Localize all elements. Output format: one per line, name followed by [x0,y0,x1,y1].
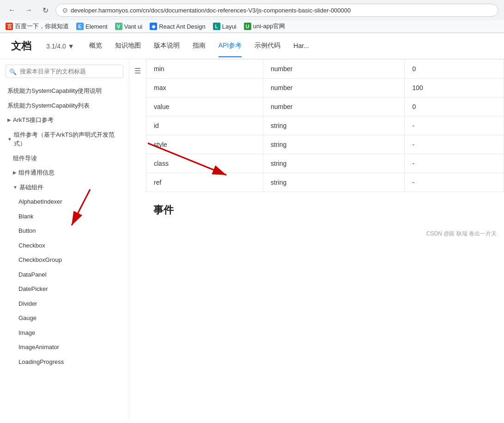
bookmark-react-ant[interactable]: ◈ React Ant Design [150,23,205,30]
prop-default-min: 0 [405,60,504,79]
table-row: max number 100 [146,79,504,97]
table-row: value number 0 [146,97,504,116]
address-bar[interactable]: ⊙ developer.harmonyos.com/cn/docs/docume… [55,4,498,17]
bookmark-element-icon: E [76,23,84,30]
prop-default-value: 0 [405,97,504,116]
prop-type-style: string [263,135,405,154]
bookmark-uniapp-label: uni-app官网 [253,22,285,30]
prop-default-ref: - [405,173,504,192]
sidebar-item-syscap-list[interactable]: 系统能力SystemCapability列表 [0,98,129,113]
properties-table: min number 0 max number 100 value number [146,59,504,192]
bookmarks-bar: 百 百度一下，你就知道 E Element V Vant ui ◈ React … [0,20,504,33]
bookmark-layui[interactable]: L Layui [213,23,237,30]
prop-type-value: number [263,97,405,116]
sidebar-item-common-info-label: 组件通用信息 [18,168,55,177]
bookmark-react-ant-label: React Ant Design [159,23,205,30]
nav-api-ref[interactable]: API参考 [219,42,242,57]
prop-name-id: id [146,116,263,135]
sidebar-item-datapanel[interactable]: DataPanel [0,267,129,282]
sidebar-item-blank[interactable]: Blank [0,209,129,224]
bookmark-vant-label: Vant ui [124,23,143,30]
toc-icon-symbol: ☰ [134,66,141,419]
sidebar-item-datepicker[interactable]: DatePicker [0,282,129,296]
events-section-title: 事件 [146,192,504,224]
main-content: 🔍 系统能力SystemCapability使用说明 系统能力SystemCap… [0,59,504,419]
prop-name-max: max [146,79,263,97]
bookmark-element[interactable]: E Element [76,23,108,30]
sidebar-item-component-guide[interactable]: 组件导读 [0,151,129,166]
prop-default-style: - [405,135,504,154]
nav-knowledge-map[interactable]: 知识地图 [115,42,141,51]
sidebar: 🔍 系统能力SystemCapability使用说明 系统能力SystemCap… [0,59,129,419]
content-area: ☰ min number 0 max number 100 [129,59,504,419]
nav-version-notes[interactable]: 版本说明 [154,42,180,51]
prop-type-id: string [263,116,405,135]
search-icon: 🔍 [9,68,17,75]
sidebar-item-component-ref-label: 组件参考（基于ArkTS的声明式开发范式） [14,130,121,148]
version-chevron-icon: ▼ [68,42,74,50]
version-text: 3.1/4.0 [46,42,66,50]
bookmark-baidu-icon: 百 [6,23,13,30]
sidebar-item-image[interactable]: Image [0,326,129,340]
bookmark-vant[interactable]: V Vant ui [115,23,143,30]
sidebar-item-common-info[interactable]: 组件通用信息 [0,165,129,180]
nav-har[interactable]: Har... [293,42,309,50]
sidebar-item-imageanimator[interactable]: ImageAnimator [0,340,129,355]
bookmark-react-ant-icon: ◈ [150,23,157,30]
sidebar-item-arkts-label: ArkTS接口参考 [13,115,54,125]
sidebar-item-basic-label: 基础组件 [19,183,43,192]
table-row: ref string - [146,173,504,192]
prop-name-class: class [146,154,263,173]
site-logo: 文档 [11,39,31,53]
browser-toolbar: ← → ↻ ⊙ developer.harmonyos.com/cn/docs/… [0,0,504,20]
table-row: class string - [146,154,504,173]
prop-name-ref: ref [146,173,263,192]
prop-name-style: style [146,135,263,154]
bookmark-uniapp-icon: U [244,23,251,30]
bookmark-uniapp[interactable]: U uni-app官网 [244,22,285,30]
doc-content: min number 0 max number 100 value number [146,59,504,419]
forward-button[interactable]: → [22,4,35,17]
sidebar-item-arkts[interactable]: ArkTS接口参考 [0,113,129,127]
sidebar-item-gauge[interactable]: Gauge [0,311,129,326]
arrow-right-icon [7,116,11,123]
sidebar-item-component-ref[interactable]: 组件参考（基于ArkTS的声明式开发范式） [0,127,129,151]
page: 文档 3.1/4.0 ▼ 概览 知识地图 版本说明 指南 API参考 示例代码 … [0,33,504,419]
sidebar-item-syscap-usage[interactable]: 系统能力SystemCapability使用说明 [0,84,129,98]
prop-name-min: min [146,60,263,79]
prop-type-class: string [263,154,405,173]
bookmark-element-label: Element [85,23,108,30]
nav-example-code[interactable]: 示例代码 [255,42,280,51]
sidebar-search[interactable]: 🔍 [6,65,123,78]
browser-chrome: ← → ↻ ⊙ developer.harmonyos.com/cn/docs/… [0,0,504,33]
bookmark-baidu[interactable]: 百 百度一下，你就知道 [6,22,69,30]
bookmark-vant-icon: V [115,23,122,30]
bookmark-layui-label: Layui [222,23,237,30]
sidebar-item-divider[interactable]: Divider [0,296,129,311]
nav-guide[interactable]: 指南 [193,42,206,51]
back-button[interactable]: ← [6,4,18,17]
sidebar-item-button[interactable]: Button [0,224,129,238]
toc-toggle[interactable]: ☰ [129,59,146,419]
address-secure-icon: ⊙ [62,6,68,14]
search-input[interactable] [6,65,123,78]
sidebar-item-basic-components[interactable]: 基础组件 [0,180,129,195]
prop-default-id: - [405,116,504,135]
arrow-right-icon-2 [13,169,17,176]
version-selector[interactable]: 3.1/4.0 ▼ [46,42,74,50]
nav-overview[interactable]: 概览 [89,42,102,51]
arrow-down-icon-2 [13,184,18,191]
footer-bar: CSDN @跟 耿瑞 卷出一片天 [146,224,504,243]
bookmark-layui-icon: L [213,23,220,30]
prop-default-class: - [405,154,504,173]
sidebar-item-loadingprogress[interactable]: LoadingProgress [0,355,129,369]
sidebar-item-checkbox[interactable]: Checkbox [0,238,129,253]
sidebar-item-alphabet[interactable]: AlphabetIndexer [0,194,129,209]
refresh-button[interactable]: ↻ [39,4,52,17]
prop-type-ref: string [263,173,405,192]
prop-default-max: 100 [405,79,504,97]
table-row: id string - [146,116,504,135]
table-row: min number 0 [146,60,504,79]
arrow-down-icon [7,136,12,143]
sidebar-item-checkboxgroup[interactable]: CheckboxGroup [0,253,129,267]
